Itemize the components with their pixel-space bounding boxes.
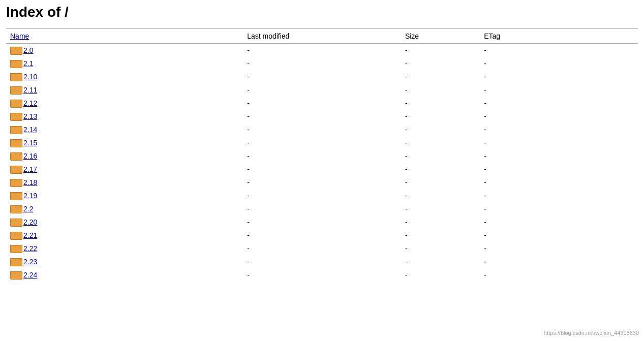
column-header-etag: ETag [480, 29, 638, 44]
folder-link[interactable]: 2.21 [23, 231, 37, 239]
column-header-name: Name [6, 29, 243, 44]
folder-icon [10, 178, 21, 187]
name-cell: 2.13 [6, 110, 243, 123]
folder-icon [10, 72, 21, 81]
name-cell: 2.17 [6, 163, 243, 176]
etag-cell: - [480, 229, 638, 242]
name-cell: 2.20 [6, 215, 243, 229]
folder-link[interactable]: 2.17 [23, 165, 37, 173]
table-row: 2.11--- [6, 83, 638, 97]
folder-link[interactable]: 2.0 [23, 46, 33, 54]
folder-icon [10, 151, 21, 161]
folder-link[interactable]: 2.10 [23, 73, 37, 81]
folder-icon [10, 231, 21, 240]
etag-cell: - [480, 202, 638, 215]
folder-link[interactable]: 2.22 [23, 244, 37, 253]
name-cell: 2.15 [6, 136, 243, 149]
column-header-size: Size [401, 29, 480, 44]
size-cell: - [401, 229, 480, 242]
folder-icon [10, 257, 21, 266]
size-cell: - [401, 149, 480, 163]
name-cell: 2.1 [6, 57, 243, 70]
modified-cell: - [243, 176, 401, 189]
size-cell: - [401, 255, 480, 268]
name-cell: 2.22 [6, 242, 243, 255]
size-cell: - [401, 136, 480, 149]
size-cell: - [401, 215, 480, 229]
name-cell: 2.2 [6, 202, 243, 215]
size-cell: - [401, 123, 480, 136]
folder-icon [10, 112, 21, 121]
modified-cell: - [243, 70, 401, 83]
modified-cell: - [243, 202, 401, 215]
modified-cell: - [243, 189, 401, 202]
name-cell: 2.14 [6, 123, 243, 136]
etag-cell: - [480, 83, 638, 97]
table-row: 2.24--- [6, 268, 638, 282]
folder-link[interactable]: 2.16 [23, 152, 37, 160]
folder-link[interactable]: 2.2 [23, 205, 33, 213]
table-row: 2.14--- [6, 123, 638, 136]
table-row: 2.21--- [6, 229, 638, 242]
modified-cell: - [243, 44, 401, 57]
folder-icon [10, 191, 21, 200]
folder-link[interactable]: 2.15 [23, 139, 37, 147]
name-cell: 2.19 [6, 189, 243, 202]
table-row: 2.10--- [6, 70, 638, 83]
folder-icon [10, 138, 21, 147]
etag-cell: - [480, 123, 638, 136]
table-row: 2.15--- [6, 136, 638, 149]
name-cell: 2.0 [6, 44, 243, 57]
table-row: 2.20--- [6, 215, 638, 229]
modified-cell: - [243, 83, 401, 97]
etag-cell: - [480, 215, 638, 229]
table-row: 2.22--- [6, 242, 638, 255]
folder-link[interactable]: 2.12 [23, 99, 37, 107]
etag-cell: - [480, 189, 638, 202]
modified-cell: - [243, 149, 401, 163]
modified-cell: - [243, 215, 401, 229]
name-sort-link[interactable]: Name [10, 32, 29, 40]
folder-link[interactable]: 2.18 [23, 178, 37, 187]
folder-icon [10, 165, 21, 174]
etag-cell: - [480, 163, 638, 176]
etag-cell: - [480, 136, 638, 149]
size-cell: - [401, 176, 480, 189]
name-cell: 2.10 [6, 70, 243, 83]
table-row: 2.17--- [6, 163, 638, 176]
table-row: 2.1--- [6, 57, 638, 70]
size-cell: - [401, 97, 480, 110]
table-row: 2.12--- [6, 97, 638, 110]
folder-link[interactable]: 2.24 [23, 271, 37, 279]
modified-cell: - [243, 97, 401, 110]
table-row: 2.23--- [6, 255, 638, 268]
size-cell: - [401, 242, 480, 255]
folder-icon [10, 125, 21, 134]
modified-cell: - [243, 255, 401, 268]
modified-cell: - [243, 163, 401, 176]
table-row: 2.2--- [6, 202, 638, 215]
etag-cell: - [480, 268, 638, 282]
name-cell: 2.18 [6, 176, 243, 189]
folder-link[interactable]: 2.13 [23, 112, 37, 120]
modified-cell: - [243, 268, 401, 282]
name-cell: 2.12 [6, 97, 243, 110]
size-cell: - [401, 110, 480, 123]
etag-cell: - [480, 255, 638, 268]
folder-link[interactable]: 2.23 [23, 258, 37, 266]
folder-icon [10, 218, 21, 227]
folder-link[interactable]: 2.19 [23, 192, 37, 200]
etag-cell: - [480, 70, 638, 83]
folder-link[interactable]: 2.11 [23, 86, 37, 94]
folder-link[interactable]: 2.1 [23, 59, 33, 68]
folder-icon [10, 244, 21, 253]
folder-link[interactable]: 2.14 [23, 126, 37, 134]
name-cell: 2.23 [6, 255, 243, 268]
etag-cell: - [480, 97, 638, 110]
modified-cell: - [243, 229, 401, 242]
size-cell: - [401, 189, 480, 202]
size-cell: - [401, 202, 480, 215]
folder-link[interactable]: 2.20 [23, 218, 37, 226]
folder-icon [10, 59, 21, 68]
size-cell: - [401, 44, 480, 57]
